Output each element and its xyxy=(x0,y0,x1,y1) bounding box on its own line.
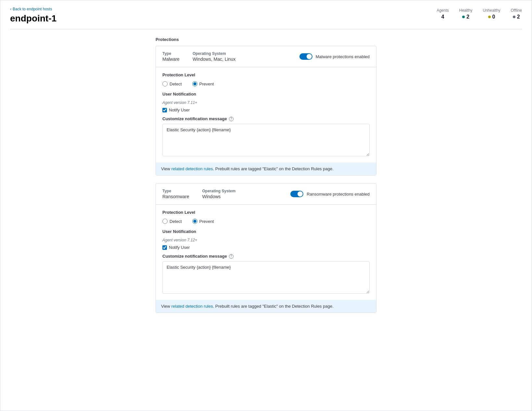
offline-value: 2 xyxy=(517,14,520,20)
header-left: ‹ Back to endpoint hosts endpoint-1 xyxy=(10,7,57,24)
ransomware-notification-title: User Notification xyxy=(162,229,370,234)
stat-unhealthy: Unhealthy 0 xyxy=(483,8,500,20)
ransomware-detection-banner: View related detection rules. Prebuilt r… xyxy=(156,300,376,313)
ransomware-card-body: Protection Level Detect Prevent xyxy=(156,205,376,300)
ransomware-card-header-row: Type Ransomware Operating System Windows xyxy=(156,184,376,205)
protections-title: Protections xyxy=(156,37,376,42)
ransomware-user-notification: User Notification Agent version 7.12+ No… xyxy=(162,229,370,295)
malware-card-header-row: Type Malware Operating System Windows, M… xyxy=(156,46,376,67)
page-title: endpoint-1 xyxy=(10,13,57,24)
ransomware-detection-text: View xyxy=(161,304,171,309)
malware-toggle[interactable] xyxy=(299,53,312,60)
stat-agents: Agents 4 xyxy=(437,8,449,20)
offline-value-row: 2 xyxy=(511,14,522,20)
page-wrapper: ‹ Back to endpoint hosts endpoint-1 Agen… xyxy=(0,0,532,411)
unhealthy-value-row: 0 xyxy=(483,14,500,20)
back-link[interactable]: ‹ Back to endpoint hosts xyxy=(10,7,57,11)
malware-type-label: Type xyxy=(162,51,180,56)
ransomware-detection-link[interactable]: related detection rules xyxy=(171,304,213,309)
unhealthy-dot-icon xyxy=(488,16,491,18)
malware-prevent-radio[interactable]: Prevent xyxy=(192,81,214,86)
ransomware-os-label: Operating System xyxy=(202,189,235,193)
ransomware-detect-radio[interactable]: Detect xyxy=(162,219,182,224)
malware-agent-version: Agent version 7.11+ xyxy=(162,100,370,105)
back-link-label: Back to endpoint hosts xyxy=(13,7,52,11)
healthy-value: 2 xyxy=(466,14,469,20)
healthy-value-row: 2 xyxy=(459,14,473,20)
header-stats: Agents 4 Healthy 2 Unhealthy 0 Offline xyxy=(437,7,522,20)
offline-label: Offline xyxy=(511,8,522,13)
ransomware-agent-version: Agent version 7.12+ xyxy=(162,238,370,242)
malware-notification-title: User Notification xyxy=(162,92,370,96)
ransomware-detection-suffix: . Prebuilt rules are tagged "Elastic" on… xyxy=(213,304,333,309)
ransomware-prevent-radio[interactable]: Prevent xyxy=(192,219,214,224)
ransomware-notify-user[interactable]: Notify User xyxy=(162,245,370,250)
unhealthy-value: 0 xyxy=(492,14,495,20)
malware-detect-label: Detect xyxy=(170,82,182,86)
malware-notification-textarea[interactable]: Elastic Security {action} {filename} xyxy=(162,124,370,156)
malware-help-icon[interactable]: ? xyxy=(229,117,234,121)
ransomware-toggle-col: Ransomware protections enabled xyxy=(290,191,370,197)
ransomware-notification-textarea[interactable]: Elastic Security {action} {filename} xyxy=(162,261,370,294)
main-content: Protections Type Malware Operating Syste… xyxy=(10,37,522,313)
malware-notify-user[interactable]: Notify User xyxy=(162,108,370,112)
ransomware-notify-label: Notify User xyxy=(169,245,190,250)
ransomware-type-col: Type Ransomware xyxy=(162,189,189,199)
stat-offline: Offline 2 xyxy=(511,8,522,20)
malware-notify-label: Notify User xyxy=(169,108,190,112)
protections-section: Protections Type Malware Operating Syste… xyxy=(156,37,376,313)
malware-customize-label: Customize notification message xyxy=(162,116,227,121)
malware-os-value: Windows, Mac, Linux xyxy=(193,57,235,62)
ransomware-protection-card: Type Ransomware Operating System Windows xyxy=(156,183,376,313)
malware-detection-link[interactable]: related detection rules xyxy=(171,166,213,171)
ransomware-prevent-label: Prevent xyxy=(199,219,214,224)
header: ‹ Back to endpoint hosts endpoint-1 Agen… xyxy=(10,7,522,29)
agents-value: 4 xyxy=(437,14,449,20)
malware-customize-row: Customize notification message ? xyxy=(162,116,370,121)
stat-healthy: Healthy 2 xyxy=(459,8,473,20)
ransomware-os-col: Operating System Windows xyxy=(202,189,235,199)
ransomware-customize-row: Customize notification message ? xyxy=(162,254,370,259)
content-area: Protections Type Malware Operating Syste… xyxy=(156,37,376,313)
ransomware-customize-label: Customize notification message xyxy=(162,254,227,259)
healthy-dot-icon xyxy=(462,16,465,18)
malware-card-body: Protection Level Detect Prevent xyxy=(156,67,376,162)
malware-detection-banner: View related detection rules. Prebuilt r… xyxy=(156,162,376,175)
healthy-label: Healthy xyxy=(459,8,473,13)
ransomware-type-label: Type xyxy=(162,189,189,193)
malware-detection-text: View xyxy=(161,166,171,171)
malware-protection-card: Type Malware Operating System Windows, M… xyxy=(156,46,376,175)
malware-type-value: Malware xyxy=(162,57,180,62)
agents-label: Agents xyxy=(437,8,449,13)
malware-detection-suffix: . Prebuilt rules are tagged "Elastic" on… xyxy=(213,166,333,171)
malware-os-label: Operating System xyxy=(193,51,235,56)
malware-toggle-label: Malware protections enabled xyxy=(316,54,370,59)
malware-radio-group: Detect Prevent xyxy=(162,81,370,86)
ransomware-type-value: Ransomware xyxy=(162,194,189,199)
malware-os-col: Operating System Windows, Mac, Linux xyxy=(193,51,235,62)
ransomware-os-value: Windows xyxy=(202,194,235,199)
malware-detect-radio[interactable]: Detect xyxy=(162,81,182,86)
ransomware-help-icon[interactable]: ? xyxy=(229,254,234,259)
malware-toggle-col: Malware protections enabled xyxy=(299,53,370,60)
ransomware-radio-group: Detect Prevent xyxy=(162,219,370,224)
ransomware-protection-level-title: Protection Level xyxy=(162,210,370,215)
malware-user-notification: User Notification Agent version 7.11+ No… xyxy=(162,92,370,157)
unhealthy-label: Unhealthy xyxy=(483,8,500,13)
chevron-left-icon: ‹ xyxy=(10,7,11,11)
malware-protection-level-title: Protection Level xyxy=(162,72,370,77)
malware-prevent-label: Prevent xyxy=(199,82,214,86)
ransomware-detect-label: Detect xyxy=(170,219,182,224)
ransomware-toggle[interactable] xyxy=(290,191,303,197)
ransomware-toggle-label: Ransomware protections enabled xyxy=(307,192,370,197)
malware-type-col: Type Malware xyxy=(162,51,180,62)
offline-dot-icon xyxy=(513,16,515,18)
